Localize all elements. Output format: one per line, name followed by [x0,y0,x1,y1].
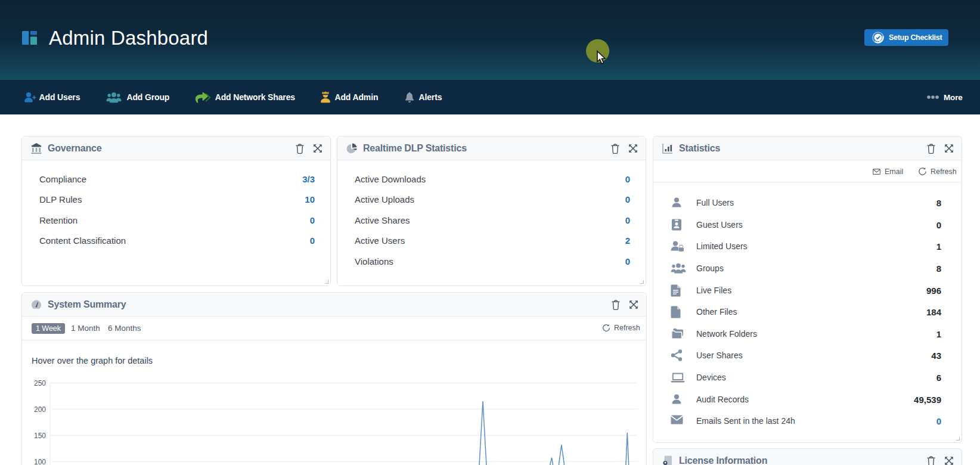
svg-text:200: 200 [34,405,46,414]
svg-text:100: 100 [34,458,46,465]
svg-text:250: 250 [34,379,46,388]
svg-text:150: 150 [34,432,46,440]
